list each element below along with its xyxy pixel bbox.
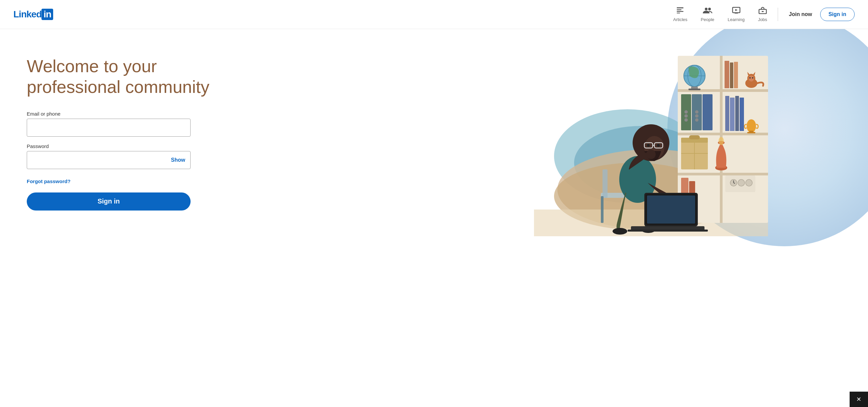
learning-label: Learning <box>727 17 745 22</box>
svg-rect-0 <box>677 7 683 8</box>
svg-rect-31 <box>730 63 733 88</box>
svg-rect-90 <box>628 230 708 232</box>
password-label: Password <box>27 143 414 149</box>
password-wrapper: Show <box>27 151 191 169</box>
jobs-label: Jobs <box>758 17 767 22</box>
nav-item-jobs[interactable]: Jobs <box>753 4 772 25</box>
svg-rect-53 <box>747 132 755 133</box>
svg-point-41 <box>684 110 688 113</box>
right-panel <box>434 29 868 236</box>
svg-point-42 <box>684 114 688 117</box>
svg-point-80 <box>647 144 650 147</box>
svg-point-4 <box>705 8 708 10</box>
svg-rect-2 <box>677 11 683 12</box>
svg-rect-1 <box>677 9 681 10</box>
svg-point-81 <box>657 144 660 147</box>
svg-rect-32 <box>734 62 738 88</box>
email-label: Email or phone <box>27 111 414 116</box>
svg-marker-7 <box>735 9 738 11</box>
close-icon[interactable]: ✕ <box>856 396 861 403</box>
svg-point-35 <box>749 75 754 81</box>
svg-rect-30 <box>724 61 729 88</box>
svg-point-64 <box>738 179 745 186</box>
svg-rect-49 <box>735 96 739 131</box>
hero-illustration <box>534 29 768 236</box>
svg-rect-71 <box>602 169 608 198</box>
people-label: People <box>701 17 714 22</box>
svg-rect-50 <box>740 98 744 131</box>
sign-in-header-button[interactable]: Sign in <box>820 8 855 21</box>
svg-rect-72 <box>601 196 603 223</box>
password-input[interactable] <box>27 151 191 169</box>
svg-rect-10 <box>762 11 764 12</box>
logo-text: Linkedin <box>13 9 53 21</box>
forgot-password-link[interactable]: Forgot password? <box>27 178 70 184</box>
jobs-icon <box>758 7 767 16</box>
svg-point-43 <box>684 118 688 122</box>
svg-rect-29 <box>688 89 701 90</box>
logo[interactable]: Linkedin <box>13 9 53 21</box>
svg-point-44 <box>695 110 699 113</box>
nav-item-people[interactable]: People <box>695 4 719 25</box>
svg-point-61 <box>718 137 724 145</box>
svg-rect-8 <box>735 13 738 14</box>
svg-rect-88 <box>647 196 695 224</box>
nav-item-articles[interactable]: Articles <box>668 4 693 25</box>
svg-point-65 <box>746 179 752 186</box>
articles-icon <box>676 7 684 16</box>
svg-point-84 <box>613 228 627 235</box>
show-password-button[interactable]: Show <box>171 157 185 163</box>
svg-rect-48 <box>730 98 735 131</box>
join-now-button[interactable]: Join now <box>783 9 817 20</box>
email-form-group: Email or phone <box>27 111 414 137</box>
learning-icon <box>732 7 741 16</box>
logo-in-box: in <box>41 9 53 21</box>
svg-point-46 <box>695 118 699 122</box>
svg-point-36 <box>749 77 751 78</box>
email-input[interactable] <box>27 118 191 137</box>
svg-point-82 <box>646 150 656 159</box>
svg-point-37 <box>752 77 753 78</box>
svg-point-19 <box>602 87 639 105</box>
main-content: Welcome to your professional community E… <box>0 29 868 407</box>
left-panel: Welcome to your professional community E… <box>0 29 434 224</box>
nav-item-learning[interactable]: Learning <box>722 4 750 25</box>
articles-label: Articles <box>673 17 687 22</box>
people-icon <box>703 7 712 16</box>
svg-point-45 <box>695 114 699 117</box>
svg-rect-58 <box>689 135 700 139</box>
nav-bar: Articles People <box>668 4 855 25</box>
logo-linked: Linked <box>13 9 41 20</box>
svg-rect-23 <box>678 173 768 175</box>
welcome-heading: Welcome to your professional community <box>27 56 227 98</box>
header: Linkedin Articles <box>0 0 868 29</box>
nav-divider <box>778 8 778 21</box>
sign-in-main-button[interactable]: Sign in <box>27 193 191 210</box>
svg-rect-47 <box>725 96 729 131</box>
svg-point-5 <box>708 8 711 10</box>
bottom-notification-bar: ✕ <box>849 392 868 407</box>
password-form-group: Password Show <box>27 143 414 169</box>
svg-rect-40 <box>703 94 713 130</box>
svg-rect-3 <box>677 13 680 13</box>
